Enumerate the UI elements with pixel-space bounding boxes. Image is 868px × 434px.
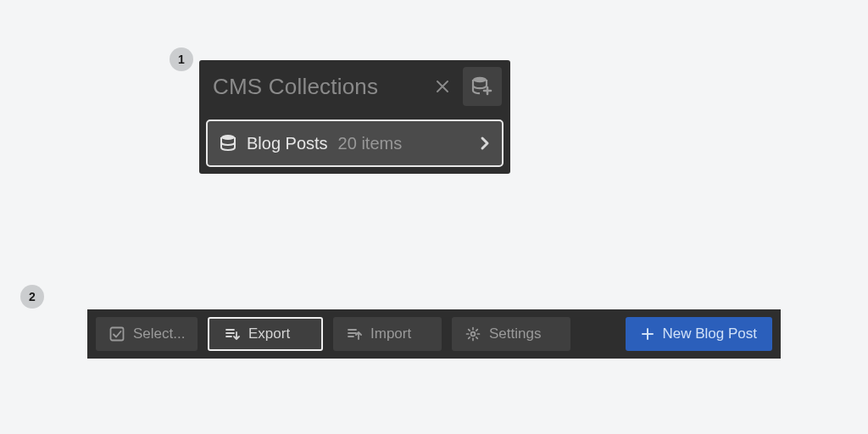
import-button[interactable]: Import — [333, 317, 442, 351]
step-badge-2: 2 — [20, 285, 44, 309]
svg-point-3 — [471, 332, 476, 337]
export-icon — [225, 326, 240, 342]
collection-row-blog-posts[interactable]: Blog Posts 20 items — [206, 120, 504, 167]
chevron-right-icon — [480, 136, 490, 151]
import-icon — [347, 326, 362, 342]
settings-label: Settings — [489, 326, 541, 342]
collection-name: Blog Posts — [247, 134, 328, 153]
cms-collections-panel: CMS Collections Blog Posts 20 items — [199, 60, 510, 174]
collection-count: 20 items — [338, 134, 470, 153]
checkbox-icon — [109, 326, 125, 342]
plus-icon — [641, 327, 654, 341]
settings-button[interactable]: Settings — [452, 317, 570, 351]
svg-point-1 — [221, 135, 235, 140]
export-label: Export — [248, 326, 290, 342]
new-blog-post-button[interactable]: New Blog Post — [626, 317, 773, 351]
database-plus-icon — [471, 75, 493, 97]
svg-point-0 — [473, 77, 487, 82]
step-badge-1: 1 — [170, 47, 193, 71]
database-icon — [220, 134, 236, 153]
close-icon[interactable] — [431, 79, 454, 94]
svg-rect-2 — [111, 328, 124, 341]
select-label: Select... — [133, 326, 185, 342]
add-collection-button[interactable] — [463, 67, 502, 106]
new-label: New Blog Post — [663, 326, 758, 342]
select-button[interactable]: Select... — [96, 317, 198, 351]
gear-icon — [465, 326, 481, 342]
panel-header: CMS Collections — [199, 60, 510, 113]
import-label: Import — [370, 326, 411, 342]
panel-body: Blog Posts 20 items — [199, 113, 510, 174]
panel-title: CMS Collections — [213, 74, 422, 100]
collection-toolbar: Select... Export Import Settings New Blo… — [87, 309, 781, 359]
export-button[interactable]: Export — [208, 317, 323, 351]
